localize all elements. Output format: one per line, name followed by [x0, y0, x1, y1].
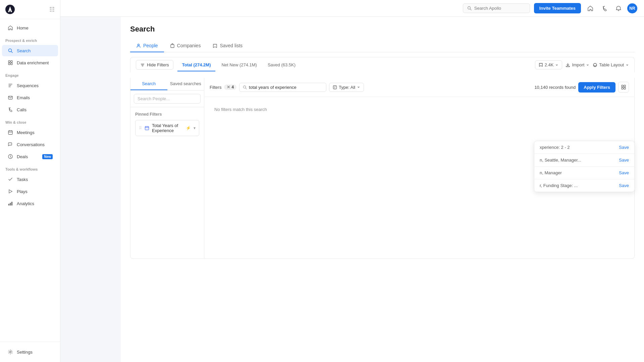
svg-rect-23 [145, 127, 149, 130]
saved-row-2-save[interactable]: Save [619, 170, 629, 175]
sidebar-item-tasks-label: Tasks [17, 177, 28, 182]
home-nav-icon[interactable] [585, 3, 596, 14]
count-chevron [555, 63, 558, 67]
sidebar-item-tasks[interactable]: Tasks [2, 174, 58, 185]
tab-people[interactable]: People [130, 40, 164, 52]
phone-icon[interactable] [599, 3, 610, 14]
tab-companies[interactable]: Companies [164, 40, 207, 52]
saved-row-3-text: r, Funding Stage: ... [540, 183, 619, 188]
filter-controls-bar: Filters ✕ 4 Type: All 10,140 records fou… [204, 78, 634, 97]
sidebar-item-search-label: Search [17, 48, 31, 53]
sidebar-item-sequences-label: Sequences [17, 83, 39, 88]
svg-rect-4 [11, 61, 12, 62]
filter-search-bar[interactable] [239, 83, 326, 92]
sidebar-item-home[interactable]: Home [2, 22, 58, 34]
hide-filters-label: Hide Filters [147, 62, 169, 67]
saved-row-2-text: n, Manager [540, 170, 619, 175]
sidebar-toggle-icon[interactable]: ☷ [49, 6, 55, 13]
save-icon [539, 63, 543, 67]
hide-filters-button[interactable]: Hide Filters [136, 60, 173, 70]
sidebar-item-calls-label: Calls [17, 107, 26, 112]
sidebar-section-engage: Engage [0, 69, 60, 79]
page-tabs: People Companies Saved lists [130, 40, 635, 52]
sidebar-item-search[interactable]: Search [2, 45, 58, 56]
sidebar-item-emails[interactable]: Emails [2, 92, 58, 103]
global-search-input[interactable] [474, 6, 526, 11]
pinned-filters-label: Pinned Filters [135, 112, 199, 117]
filter-tab-total-label: Total (274.2M) [182, 62, 211, 67]
left-tab-search[interactable]: Search [130, 78, 167, 90]
page-title: Search [130, 25, 635, 34]
pinned-item-total-years[interactable]: ⠿ Total Years of Experience ⚡ ▾ [135, 120, 199, 136]
svg-marker-10 [9, 190, 12, 193]
filter-tabs-row: Hide Filters Total (274.2M) Net New (274… [130, 57, 635, 72]
count-button[interactable]: 2.4K [535, 60, 562, 69]
no-match-message: No filters match this search [204, 97, 634, 122]
search-people-input[interactable] [134, 94, 201, 104]
sidebar-item-data-enrichment[interactable]: Data enrichment [2, 57, 58, 68]
sidebar-item-meetings[interactable]: Meetings [2, 127, 58, 138]
sidebar-item-plays-label: Plays [17, 189, 28, 194]
left-tab-saved[interactable]: Saved searches [167, 78, 204, 90]
filter-count-badge[interactable]: ✕ 4 [224, 84, 236, 90]
search-icon [7, 48, 13, 54]
svg-rect-5 [8, 63, 10, 65]
calls-icon [7, 107, 13, 113]
saved-row-2: n, Manager Save [534, 167, 634, 179]
saved-row-3-save[interactable]: Save [619, 183, 629, 188]
sidebar-item-settings[interactable]: Settings [2, 346, 58, 358]
type-select[interactable]: Type: All [329, 83, 364, 92]
left-tab-saved-label: Saved searches [170, 81, 201, 86]
topbar-actions: NR [585, 3, 637, 14]
tasks-icon [7, 176, 13, 182]
sidebar-item-conversations[interactable]: Conversations [2, 139, 58, 150]
filter-tab-saved[interactable]: Saved (63.5K) [263, 59, 300, 71]
import-button[interactable]: Import [566, 62, 589, 67]
svg-rect-8 [8, 131, 12, 134]
table-layout-button[interactable]: Table Layout [593, 62, 629, 67]
sidebar-item-emails-label: Emails [17, 95, 30, 100]
apply-filters-button[interactable]: Apply Filters [578, 82, 615, 93]
grid-view-button[interactable] [618, 82, 629, 93]
import-label: Import [572, 62, 584, 67]
svg-rect-3 [8, 61, 10, 62]
svg-rect-27 [622, 85, 623, 87]
tab-people-label: People [143, 43, 158, 48]
sidebar-section-tools: Tools & workflows [0, 163, 60, 173]
svg-point-17 [138, 44, 140, 46]
companies-tab-icon [170, 43, 175, 48]
invite-teammates-button[interactable]: Invite Teammates [534, 3, 581, 13]
tab-saved-lists-label: Saved lists [220, 43, 243, 48]
data-icon [7, 60, 13, 66]
filter-search-input[interactable] [249, 85, 323, 90]
left-panel-tabs: Search Saved searches [130, 78, 204, 90]
tab-saved-lists[interactable]: Saved lists [207, 40, 249, 52]
sidebar-footer: Settings [0, 342, 60, 362]
import-icon [566, 63, 570, 67]
svg-rect-28 [624, 85, 626, 87]
sidebar-item-deals[interactable]: Deals New [2, 151, 58, 162]
sidebar-logo: ☷ [0, 0, 60, 19]
pinned-item-chevron[interactable]: ▾ [194, 126, 196, 130]
sidebar-item-plays[interactable]: Plays [2, 186, 58, 197]
filter-actions: 2.4K Import Table Layout [535, 60, 629, 69]
saved-row-0: xperience: 2 - 2 Save [534, 141, 634, 154]
svg-line-25 [246, 88, 247, 89]
settings-icon [7, 349, 13, 355]
sidebar-item-data-enrichment-label: Data enrichment [17, 60, 49, 65]
grid-icon [621, 85, 626, 89]
saved-row-1-text: n, Seattle, Manager... [540, 158, 619, 163]
filter-tab-net-new[interactable]: Net New (274.1M) [217, 59, 261, 71]
svg-rect-30 [624, 87, 626, 89]
sidebar-item-analytics[interactable]: Analytics [2, 198, 58, 209]
filter-x-icon: ✕ [227, 85, 230, 89]
saved-row-1-save[interactable]: Save [619, 158, 629, 163]
filter-tab-total[interactable]: Total (274.2M) [177, 59, 216, 71]
user-avatar[interactable]: NR [627, 3, 637, 13]
sidebar-item-calls[interactable]: Calls [2, 104, 58, 115]
sidebar-item-sequences[interactable]: Sequences [2, 80, 58, 91]
global-search[interactable] [463, 3, 530, 13]
saved-row-0-save[interactable]: Save [619, 145, 629, 150]
bell-icon[interactable] [613, 3, 624, 14]
deals-icon [7, 154, 13, 160]
